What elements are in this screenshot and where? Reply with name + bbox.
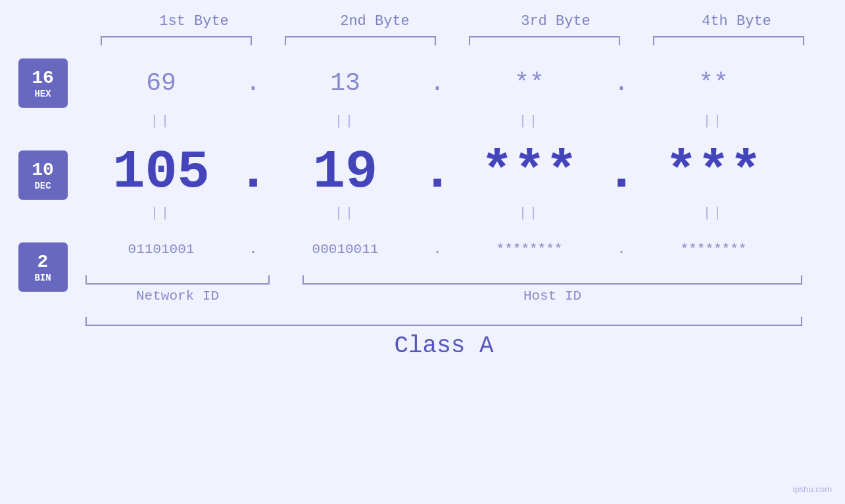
byte1-header: 1st Byte (115, 13, 273, 30)
data-grid: 69 . 13 . ** . ** (85, 52, 845, 504)
eq1-b2: || (270, 114, 421, 129)
bracket-top-b4 (653, 36, 804, 45)
network-id-label: Network ID (85, 288, 270, 304)
dot-bin-3: . (605, 242, 638, 257)
eq1-b3: || (454, 114, 605, 129)
bracket-spacer1 (252, 36, 285, 45)
hex-badge: 16 HEX (18, 58, 68, 108)
dot-hex-2: . (421, 69, 454, 97)
dec-b3: *** (454, 146, 605, 200)
outer-bracket (85, 317, 802, 326)
dec-b1: 105 (85, 146, 237, 200)
id-labels-row: Network ID Host ID (85, 288, 845, 304)
eq2-b2: || (270, 206, 421, 221)
bracket-bottom-network (85, 275, 270, 285)
eq1-b4: || (638, 114, 789, 129)
bin-badge: 2 BIN (18, 242, 68, 292)
byte4-header: 4th Byte (658, 13, 815, 30)
eq2-b3: || (454, 206, 605, 221)
dot-hex-3: . (605, 69, 638, 97)
bracket-top-b1 (101, 36, 252, 45)
bracket-top-b2 (285, 36, 436, 45)
badges-col: 16 HEX 10 DEC 2 BIN (0, 52, 85, 504)
top-bracket-row (101, 36, 831, 45)
dot-dec-2: . (421, 146, 454, 200)
eq2-b4: || (638, 206, 789, 221)
hex-b1: 69 (85, 69, 237, 97)
byte3-header: 3rd Byte (477, 13, 635, 30)
bottom-bracket-row (85, 275, 845, 285)
class-label: Class A (85, 332, 802, 359)
bracket-spacer2 (436, 36, 469, 45)
bracket-spacer3 (620, 36, 653, 45)
dec-b4: *** (638, 146, 789, 200)
dot-dec-1: . (237, 146, 270, 200)
equals-row-2: || || || || (85, 200, 845, 226)
dot-dec-3: . (605, 146, 638, 200)
byte-headers: 1st Byte 2nd Byte 3rd Byte 4th Byte (104, 13, 827, 30)
dec-row: 105 . 19 . *** . *** (85, 134, 845, 200)
bin-b4: ******** (638, 242, 789, 257)
bracket-top-b3 (469, 36, 620, 45)
equals-row-1: || || || || (85, 108, 845, 134)
dot-hex-1: . (237, 69, 270, 97)
watermark: ipshu.com (793, 484, 832, 494)
bin-row: 01101001 . 00010011 . ******** . (85, 226, 845, 272)
dec-b2: 19 (270, 146, 421, 200)
hex-b4: ** (638, 69, 789, 97)
host-id-label: Host ID (302, 288, 802, 304)
bin-b2: 00010011 (270, 242, 421, 257)
bin-b3: ******** (454, 242, 605, 257)
eq2-b1: || (85, 206, 237, 221)
content-area: 16 HEX 10 DEC 2 BIN 69 . (0, 52, 845, 504)
bracket-bottom-host (302, 275, 802, 285)
bin-b1: 01101001 (85, 242, 237, 257)
dot-bin-2: . (421, 242, 454, 257)
hex-b3: ** (454, 69, 605, 97)
dot-bin-1: . (237, 242, 270, 257)
hex-b2: 13 (270, 69, 421, 97)
eq1-b1: || (85, 114, 237, 129)
main-container: 1st Byte 2nd Byte 3rd Byte 4th Byte 16 H… (0, 0, 845, 504)
hex-row: 69 . 13 . ** . ** (85, 58, 845, 108)
dec-badge: 10 DEC (18, 150, 68, 200)
byte2-header: 2nd Byte (296, 13, 454, 30)
